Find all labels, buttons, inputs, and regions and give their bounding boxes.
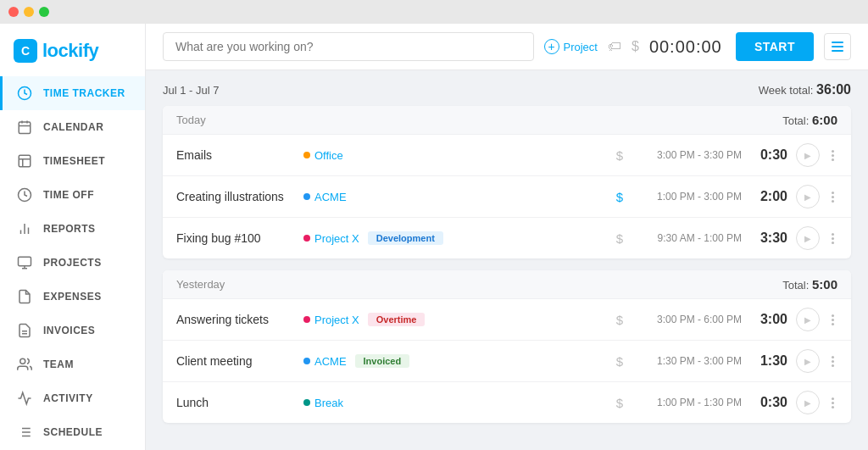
entry-time-range: 9:30 AM - 1:00 PM — [632, 232, 742, 244]
svg-rect-1 — [19, 122, 31, 134]
more-dot — [832, 364, 834, 367]
entry-time-range: 1:00 PM - 3:00 PM — [632, 191, 742, 203]
more-dot — [832, 192, 834, 194]
entry-row: Client meeting ACME Invoiced $ 1:30 PM -… — [163, 341, 851, 382]
svg-point-17 — [20, 358, 25, 364]
day-total-value: 5:00 — [812, 277, 837, 292]
sidebar-item-invoices[interactable]: INVOICES — [0, 314, 145, 347]
top-bar: + Project 🏷 $ 00:00:00 START — [146, 24, 868, 70]
play-button[interactable]: ▶ — [796, 143, 820, 167]
calendar-icon — [16, 119, 33, 136]
svg-rect-24 — [832, 42, 843, 43]
more-dot — [832, 237, 834, 240]
sidebar-item-time-off[interactable]: TIME OFF — [0, 178, 145, 212]
more-options-button[interactable] — [828, 394, 837, 412]
svg-rect-26 — [832, 50, 843, 52]
sidebar-label-timesheet: TIMESHEET — [43, 155, 105, 167]
timer-display: 00:00:00 — [649, 37, 726, 57]
entry-duration: 1:30 — [750, 353, 787, 369]
play-button[interactable]: ▶ — [796, 391, 820, 414]
more-dot — [832, 406, 834, 408]
day-total-value: 6:00 — [812, 113, 837, 127]
tag-icon[interactable]: 🏷 — [608, 39, 621, 54]
entry-name: Fixing bug #100 — [176, 231, 295, 245]
billable-icon[interactable]: $ — [616, 354, 623, 369]
billable-icon[interactable]: $ — [616, 313, 623, 327]
billable-icon[interactable]: $ — [616, 148, 623, 163]
entry-time-range: 1:30 PM - 3:00 PM — [632, 355, 742, 367]
entry-time-range: 3:00 PM - 3:30 PM — [632, 149, 742, 161]
entry-name: Lunch — [176, 396, 295, 409]
sidebar-label-calendar: CALENDAR — [43, 121, 103, 133]
entry-row: Fixing bug #100 Project X Development $ … — [163, 218, 851, 258]
more-options-button[interactable] — [828, 230, 837, 247]
entry-project: Office — [303, 149, 343, 162]
play-button[interactable]: ▶ — [796, 226, 820, 250]
entry-duration: 0:30 — [750, 147, 787, 163]
project-name: Project X — [314, 232, 359, 245]
more-options-button[interactable] — [828, 188, 837, 206]
close-dot[interactable] — [8, 7, 19, 17]
add-project-button[interactable]: + Project — [544, 39, 598, 54]
entry-tag: Invoiced — [355, 354, 410, 368]
billable-icon[interactable]: $ — [616, 231, 623, 246]
more-options-button[interactable] — [828, 353, 837, 370]
sidebar-label-expenses: EXPENSES — [43, 291, 102, 303]
entry-row: Answering tickets Project X Overtime $ 3… — [163, 299, 851, 341]
billable-icon[interactable]: $ — [616, 190, 623, 204]
day-label: Today — [176, 114, 206, 126]
expenses-icon — [16, 288, 33, 305]
day-label: Yesterday — [176, 278, 225, 291]
sidebar-item-team[interactable]: TEAM — [0, 347, 145, 381]
sidebar-label-invoices: INVOICES — [43, 325, 95, 336]
logo-icon: C — [14, 39, 37, 63]
sidebar-label-activity: ACTIVITY — [43, 392, 93, 404]
sidebar-item-projects[interactable]: PROJECTS — [0, 246, 145, 280]
entry-tag: Development — [368, 231, 443, 245]
day-total: Total: 6:00 — [782, 113, 837, 127]
more-dot — [832, 356, 834, 358]
day-group-yesterday: Yesterday Total: 5:00 Answering tickets … — [163, 270, 851, 423]
start-button[interactable]: START — [736, 32, 814, 61]
more-options-button[interactable] — [828, 147, 837, 164]
billable-toggle[interactable]: $ — [632, 39, 639, 54]
day-groups: Today Total: 6:00 Emails Office $ 3:00 P… — [163, 106, 851, 423]
project-dot — [303, 152, 310, 158]
play-button[interactable]: ▶ — [796, 308, 820, 331]
sidebar-item-schedule[interactable]: SCHEDULE — [0, 415, 145, 449]
sidebar-item-timesheet[interactable]: TIMESHEET — [0, 144, 145, 178]
plus-icon: + — [544, 39, 559, 54]
more-options-button[interactable] — [828, 311, 837, 329]
more-dot — [832, 323, 834, 325]
schedule-icon — [16, 424, 33, 441]
entry-duration: 2:00 — [750, 189, 787, 204]
play-button[interactable]: ▶ — [796, 185, 820, 208]
sidebar-item-activity[interactable]: ACTIVITY — [0, 381, 145, 415]
entry-name: Emails — [176, 148, 295, 162]
logo: C lockify — [0, 24, 145, 76]
entry-duration: 3:30 — [750, 231, 787, 246]
maximize-dot[interactable] — [39, 7, 49, 17]
minimize-dot[interactable] — [24, 7, 34, 17]
more-dot — [832, 233, 834, 236]
project-name: ACME — [314, 191, 347, 203]
entry-duration: 3:00 — [750, 312, 787, 327]
project-name: ACME — [314, 355, 347, 368]
billable-icon[interactable]: $ — [616, 396, 623, 410]
invoices-icon — [16, 322, 33, 339]
sidebar-label-reports: REPORTS — [43, 223, 96, 235]
app-container: C lockify TIME TRACKER CALENDAR TIMESHEE… — [0, 24, 868, 450]
day-header: Today Total: 6:00 — [163, 106, 851, 135]
more-dot — [832, 242, 834, 244]
sidebar-item-reports[interactable]: REPORTS — [0, 212, 145, 246]
sidebar-item-time-tracker[interactable]: TIME TRACKER — [0, 76, 145, 110]
team-icon — [16, 356, 33, 373]
sidebar-item-expenses[interactable]: EXPENSES — [0, 280, 145, 314]
view-toggle-button[interactable] — [824, 33, 851, 60]
sidebar-item-calendar[interactable]: CALENDAR — [0, 110, 145, 144]
project-dot — [303, 358, 310, 364]
project-name: Project X — [314, 314, 359, 326]
play-button[interactable]: ▶ — [796, 349, 820, 373]
entry-name: Creating illustrations — [176, 190, 295, 203]
time-description-input[interactable] — [163, 32, 534, 61]
